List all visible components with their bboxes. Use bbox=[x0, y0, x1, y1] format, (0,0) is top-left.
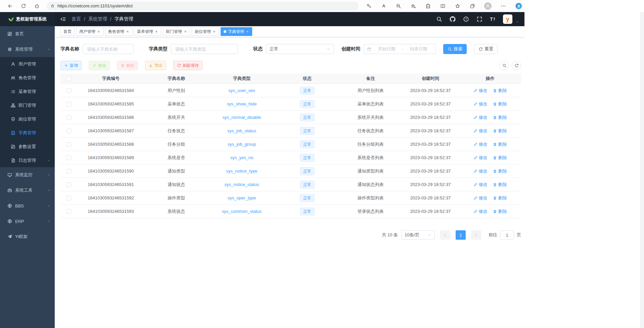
date-range-picker[interactable]: 开始日期 - 结束日期 bbox=[364, 44, 436, 54]
font-size-icon[interactable]: TT bbox=[490, 16, 496, 22]
row-checkbox[interactable] bbox=[66, 155, 71, 160]
tab-user-mgmt[interactable]: 用户管理 bbox=[76, 27, 103, 36]
row-edit-button[interactable]: 修改 bbox=[473, 141, 488, 147]
tab-dict-mgmt[interactable]: 字典管理 bbox=[221, 27, 252, 36]
app-logo[interactable]: 意框架管理系统 bbox=[0, 12, 55, 26]
row-checkbox[interactable] bbox=[66, 129, 71, 133]
row-checkbox[interactable] bbox=[66, 88, 71, 93]
refresh-cache-button[interactable]: 刷新缓存 bbox=[173, 61, 202, 70]
dict-name-input[interactable] bbox=[83, 44, 134, 54]
address-bar[interactable]: https://ccnetcore.com:1101/system/dict bbox=[46, 2, 359, 10]
sidebar-item-log-mgmt[interactable]: 日志管理 bbox=[0, 153, 55, 167]
sidebar-item-erp[interactable]: ERP bbox=[0, 214, 55, 229]
refresh-icon[interactable] bbox=[19, 1, 28, 11]
prev-page-button[interactable] bbox=[440, 230, 450, 240]
help-icon[interactable] bbox=[463, 16, 469, 22]
sidebar-item-param-settings[interactable]: 参数设置 bbox=[0, 140, 55, 153]
export-button[interactable]: 导出 bbox=[145, 61, 166, 70]
dict-type-link[interactable]: sys_normal_disable bbox=[223, 115, 261, 120]
sidebar-item-dept-mgmt[interactable]: 部门管理 bbox=[0, 98, 55, 112]
breadcrumb-home[interactable]: 首页 bbox=[72, 16, 81, 22]
row-delete-button[interactable]: 删除 bbox=[493, 141, 507, 147]
collections-icon[interactable] bbox=[469, 3, 475, 9]
row-delete-button[interactable]: 删除 bbox=[493, 114, 507, 121]
row-edit-button[interactable]: 修改 bbox=[473, 128, 488, 134]
tab-post-mgmt[interactable]: 岗位管理 bbox=[192, 27, 219, 36]
edit-button-disabled[interactable]: 修改 bbox=[89, 61, 110, 70]
tab-close-icon[interactable] bbox=[97, 30, 100, 33]
tab-close-icon[interactable] bbox=[126, 30, 129, 33]
row-delete-button[interactable]: 删除 bbox=[493, 155, 507, 161]
select-all-checkbox[interactable] bbox=[66, 77, 71, 81]
profile-icon[interactable] bbox=[484, 2, 492, 10]
sidebar-item-dict-mgmt[interactable]: 字典管理 bbox=[0, 126, 55, 140]
page-number-1[interactable]: 1 bbox=[456, 230, 466, 240]
row-checkbox[interactable] bbox=[66, 115, 71, 120]
sidebar-item-system-mgmt[interactable]: 系统管理 bbox=[0, 42, 55, 57]
row-checkbox[interactable] bbox=[66, 182, 71, 187]
row-delete-button[interactable]: 删除 bbox=[493, 101, 507, 107]
tab-dept-mgmt[interactable]: 部门管理 bbox=[163, 27, 190, 36]
row-edit-button[interactable]: 修改 bbox=[473, 182, 488, 188]
yi-logo[interactable]: y bbox=[503, 14, 512, 24]
key-icon[interactable] bbox=[366, 3, 372, 9]
row-delete-button[interactable]: 删除 bbox=[493, 88, 507, 94]
search-icon[interactable] bbox=[436, 16, 442, 22]
dict-type-link[interactable]: sys_job_group bbox=[228, 142, 256, 147]
row-edit-button[interactable]: 修改 bbox=[473, 101, 488, 107]
dict-type-link[interactable]: sys_job_status bbox=[227, 128, 256, 133]
sidebar-item-role-mgmt[interactable]: 角色管理 bbox=[0, 71, 55, 85]
url-text[interactable]: https://ccnetcore.com:1101/system/dict bbox=[57, 3, 133, 8]
github-icon[interactable] bbox=[450, 16, 456, 22]
dict-type-link[interactable]: sys_yes_no bbox=[230, 155, 254, 160]
search-button[interactable]: 搜索 bbox=[443, 44, 467, 54]
dict-type-link[interactable]: sys_common_status bbox=[222, 209, 262, 214]
tab-role-mgmt[interactable]: 角色管理 bbox=[105, 27, 132, 36]
refresh-table-button[interactable] bbox=[512, 61, 521, 70]
goto-page-input[interactable] bbox=[500, 230, 514, 240]
row-delete-button[interactable]: 删除 bbox=[493, 208, 507, 215]
tab-close-icon[interactable] bbox=[155, 30, 158, 33]
dict-type-link[interactable]: sys_notice_status bbox=[224, 182, 259, 187]
next-page-button[interactable] bbox=[471, 230, 481, 240]
dict-type-link[interactable]: sys_oper_type bbox=[228, 195, 256, 200]
row-checkbox[interactable] bbox=[66, 102, 71, 106]
scrollbar[interactable] bbox=[640, 12, 644, 328]
tab-close-icon[interactable] bbox=[213, 30, 216, 33]
delete-button-disabled[interactable]: 删除 bbox=[117, 61, 138, 70]
dict-type-link[interactable]: sys_notice_type bbox=[226, 169, 257, 174]
fullscreen-icon[interactable] bbox=[476, 16, 482, 22]
row-delete-button[interactable]: 删除 bbox=[493, 168, 507, 174]
sidebar-item-menu-mgmt[interactable]: 菜单管理 bbox=[0, 85, 55, 98]
tab-menu-mgmt[interactable]: 菜单管理 bbox=[134, 27, 161, 36]
tab-home[interactable]: 首页 bbox=[60, 27, 75, 36]
row-edit-button[interactable]: 修改 bbox=[473, 168, 488, 174]
sidebar-item-bbs[interactable]: BBS bbox=[0, 198, 55, 214]
sidebar-item-yi-framework[interactable]: Yi框架 bbox=[0, 229, 55, 244]
tab-close-icon[interactable] bbox=[184, 30, 187, 33]
back-icon[interactable] bbox=[5, 1, 15, 11]
reset-button[interactable]: 重置 bbox=[474, 44, 498, 54]
row-delete-button[interactable]: 删除 bbox=[493, 195, 507, 201]
favorites-icon[interactable] bbox=[455, 3, 461, 9]
sidebar-item-system-tools[interactable]: 系统工具 bbox=[0, 183, 55, 198]
row-edit-button[interactable]: 修改 bbox=[473, 88, 488, 94]
read-aloud-icon[interactable]: A bbox=[381, 3, 387, 9]
sidebar-item-user-mgmt[interactable]: 用户管理 bbox=[0, 57, 55, 71]
row-checkbox[interactable] bbox=[66, 209, 71, 214]
extensions-icon[interactable] bbox=[425, 3, 431, 9]
tab-close-icon[interactable] bbox=[246, 30, 249, 33]
sidebar-item-home[interactable]: 首页 bbox=[0, 26, 55, 42]
breadcrumb-system-mgmt[interactable]: 系统管理 bbox=[88, 16, 107, 22]
status-select[interactable]: 正常 bbox=[266, 44, 334, 54]
more-icon[interactable] bbox=[500, 3, 506, 9]
row-delete-button[interactable]: 删除 bbox=[493, 128, 507, 134]
favorite-add-icon[interactable] bbox=[410, 3, 416, 9]
copilot-icon[interactable]: b bbox=[515, 2, 522, 10]
split-screen-icon[interactable] bbox=[440, 3, 446, 9]
dict-type-link[interactable]: sys_show_hide bbox=[227, 101, 257, 106]
sidebar-item-system-monitor[interactable]: 系统监控 bbox=[0, 167, 55, 183]
dict-type-input[interactable] bbox=[171, 44, 238, 54]
row-checkbox[interactable] bbox=[66, 169, 71, 174]
dict-type-link[interactable]: sys_user_sex bbox=[228, 88, 255, 93]
